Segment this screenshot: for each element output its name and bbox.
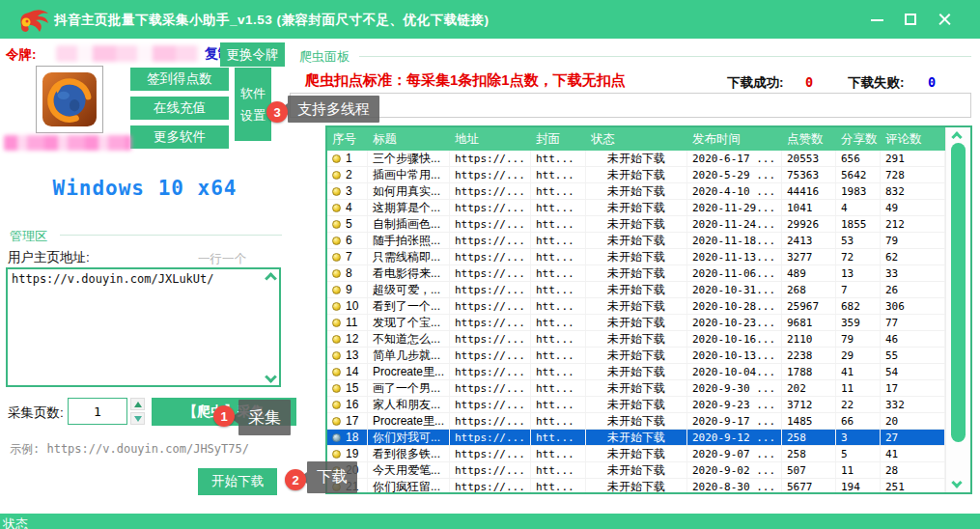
- table-cell-shares: 194: [836, 479, 881, 492]
- results-table: 序号标题地址封面状态发布时间点赞数分享数评论数 1三个步骤快...https:/…: [325, 125, 972, 494]
- table-cell-shares: 682: [836, 298, 881, 314]
- table-cell-cover: htt...: [531, 430, 586, 445]
- table-cell-cover: htt...: [531, 380, 586, 396]
- table-cell-likes: 3712: [782, 397, 836, 412]
- table-cell-status: 未开始下载: [586, 151, 687, 166]
- column-header[interactable]: 分享数: [836, 127, 881, 151]
- table-row[interactable]: 9超级可爱，...https://...htt...未开始下载2020-10-3…: [327, 282, 945, 298]
- table-row[interactable]: 17Procreate里...https://...htt...未开始下载202…: [327, 413, 945, 430]
- table-cell-title: 插画中常用...: [368, 167, 450, 182]
- table-cell-cover: htt...: [531, 249, 586, 264]
- table-cell-comments: 17: [881, 380, 945, 396]
- table-row[interactable]: 14Procreate里...https://...htt...未开始下载202…: [327, 364, 945, 380]
- table-cell-url: https://...: [450, 380, 531, 396]
- column-header[interactable]: 序号: [327, 127, 368, 151]
- more-software-button[interactable]: 更多软件: [130, 125, 229, 149]
- table-row[interactable]: 6随手拍张照...https://...htt...未开始下载2020-11-1…: [327, 233, 945, 249]
- table-row[interactable]: 18你们对我可...https://...htt...未开始下载2020-9-1…: [327, 430, 945, 446]
- table-row[interactable]: 7只需线稿即...https://...htt...未开始下载2020-11-1…: [327, 249, 945, 265]
- table-cell-comments: 33: [881, 265, 945, 281]
- column-header[interactable]: 发布时间: [687, 127, 782, 151]
- table-cell-url: https://...: [450, 216, 531, 232]
- row-state-ball-icon: [332, 319, 341, 327]
- change-token-button[interactable]: 更换令牌: [220, 42, 285, 67]
- table-cell-status: 未开始下载: [586, 397, 687, 412]
- table-cell-shares: 4: [836, 200, 881, 215]
- table-row[interactable]: 8看电影得来...https://...htt...未开始下载2020-11-0…: [327, 265, 945, 282]
- table-cell-likes: 1485: [782, 413, 836, 429]
- collect-pages-input[interactable]: [68, 398, 127, 425]
- start-download-button[interactable]: 开始下载: [198, 468, 277, 495]
- table-cell-likes: 507: [782, 462, 836, 478]
- table-cell-cover: htt...: [531, 348, 586, 363]
- table-cell-url: https://...: [450, 446, 531, 461]
- table-cell-status: 未开始下载: [586, 298, 687, 314]
- row-state-ball-icon: [332, 286, 341, 294]
- column-header[interactable]: 点赞数: [782, 127, 836, 151]
- table-cell-url: https://...: [450, 151, 531, 166]
- table-cell-comments: 728: [881, 167, 945, 182]
- column-header[interactable]: 评论数: [881, 127, 945, 151]
- table-cell-url: https://...: [450, 462, 531, 478]
- table-row[interactable]: 5自制插画色...https://...htt...未开始下载2020-11-2…: [327, 216, 945, 233]
- table-cell-cover: htt...: [531, 200, 586, 215]
- table-cell-url: https://...: [450, 364, 531, 379]
- online-recharge-button[interactable]: 在线充值: [130, 97, 229, 120]
- table-row[interactable]: 16家人和朋友...https://...htt...未开始下载2020-9-2…: [327, 397, 945, 413]
- table-row[interactable]: 13简单几步就...https://...htt...未开始下载2020-10-…: [327, 348, 945, 364]
- maximize-button[interactable]: [901, 10, 920, 29]
- homepage-url-textarea[interactable]: [6, 267, 281, 387]
- table-cell-comments: 49: [881, 200, 945, 215]
- table-row[interactable]: 20今天用爱笔...https://...htt...未开始下载2020-9-0…: [327, 462, 945, 479]
- column-header[interactable]: 标题: [368, 127, 450, 151]
- table-row[interactable]: 1三个步骤快...https://...htt...未开始下载2020-6-17…: [327, 151, 945, 167]
- window-title: 抖音主页批量下载采集小助手_v1.53 (兼容封面尺寸不足、优化下载链接): [54, 12, 490, 29]
- table-row[interactable]: 3如何用真实...https://...htt...未开始下载2020-4-10…: [327, 183, 945, 200]
- table-cell-comments: 62: [881, 249, 945, 264]
- table-row[interactable]: 19看到很多铁...https://...htt...未开始下载2020-9-0…: [327, 446, 945, 462]
- software-settings-button[interactable]: 软件 设置: [235, 68, 271, 141]
- table-body: 1三个步骤快...https://...htt...未开始下载2020-6-17…: [327, 151, 945, 492]
- table-row[interactable]: 15画了一个男...https://...htt...未开始下载2020-9-3…: [327, 380, 945, 397]
- minimize-button[interactable]: [868, 10, 887, 29]
- table-cell-status: 未开始下载: [586, 380, 687, 396]
- table-row[interactable]: 2插画中常用...https://...htt...未开始下载2020-5-29…: [327, 167, 945, 183]
- table-cell-shares: 5642: [836, 167, 881, 182]
- crawler-url-input[interactable]: [290, 93, 971, 118]
- table-cell-comments: 212: [881, 216, 945, 232]
- table-cell-cover: htt...: [531, 364, 586, 379]
- scrollbar-up-icon[interactable]: [951, 131, 962, 142]
- column-header[interactable]: 封面: [531, 127, 586, 151]
- table-cell-no: 19: [327, 446, 368, 461]
- column-header[interactable]: 状态: [586, 127, 687, 151]
- table-cell-title: 如何用真实...: [368, 183, 450, 199]
- table-row[interactable]: 10看到了一个...https://...htt...未开始下载2020-10-…: [327, 298, 945, 315]
- scrollbar-down-icon[interactable]: [951, 477, 962, 487]
- account-name-redacted: [4, 135, 131, 151]
- table-cell-likes: 20553: [782, 151, 836, 166]
- table-cell-url: https://...: [450, 397, 531, 412]
- sign-in-points-button[interactable]: 签到得点数: [130, 68, 229, 91]
- column-header[interactable]: 地址: [450, 127, 531, 151]
- download-fail-value: 0: [928, 74, 936, 90]
- table-cell-date: 2020-9-02 ...: [687, 462, 782, 478]
- table-row[interactable]: 4这期算是个...https://...htt...未开始下载2020-11-2…: [327, 200, 945, 216]
- table-row[interactable]: 12不知道怎么...https://...htt...未开始下载2020-10-…: [327, 331, 945, 348]
- one-per-line-hint: 一行一个: [198, 251, 246, 267]
- stepper-down-button[interactable]: [130, 412, 145, 425]
- table-cell-date: 2020-4-10 ...: [687, 183, 782, 199]
- close-button[interactable]: [936, 10, 955, 29]
- table-cell-likes: 3277: [782, 249, 836, 264]
- table-row[interactable]: 11发现了个宝...https://...htt...未开始下载2020-10-…: [327, 315, 945, 331]
- table-row[interactable]: 21你们疯狂留...https://...htt...未开始下载2020-8-3…: [327, 479, 945, 492]
- table-cell-shares: 11: [836, 462, 881, 478]
- stepper-up-button[interactable]: [130, 398, 145, 410]
- table-cell-likes: 9681: [782, 315, 836, 330]
- table-cell-cover: htt...: [531, 462, 586, 478]
- table-cell-no: 15: [327, 380, 368, 396]
- table-scrollbar[interactable]: [945, 127, 970, 492]
- table-cell-no: 4: [327, 200, 368, 215]
- scrollbar-thumb[interactable]: [951, 143, 966, 442]
- row-state-ball-icon: [332, 335, 341, 344]
- token-value-redacted: [56, 45, 201, 62]
